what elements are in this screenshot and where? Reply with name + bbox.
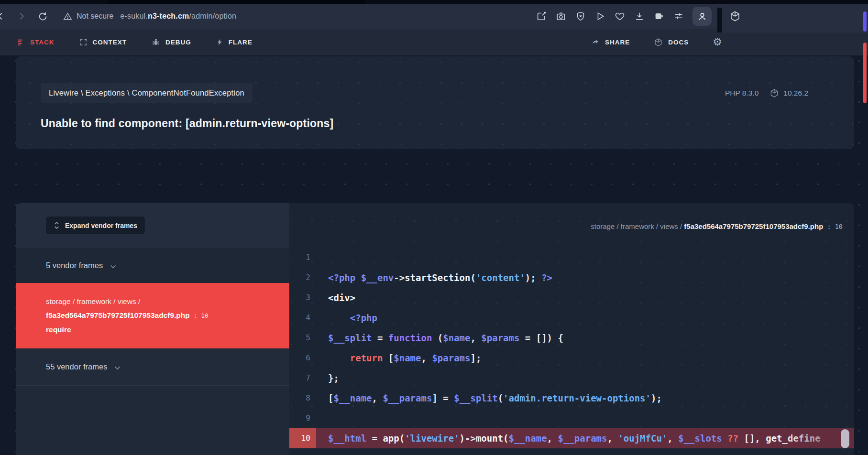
code-line: 2<?php $__env->startSection('content'); … — [289, 268, 854, 288]
split-screen-button[interactable] — [653, 11, 665, 22]
code-text: <?php — [316, 308, 854, 328]
code-token: $__split — [454, 393, 498, 403]
frame-method: require — [46, 323, 275, 336]
docs-button[interactable]: DOCS — [654, 38, 689, 47]
camera-button[interactable] — [555, 11, 567, 22]
version-info: PHP 8.3.0 10.26.2 — [725, 88, 808, 98]
extension-cube-icon — [729, 11, 741, 22]
profile-button[interactable] — [692, 7, 712, 26]
expand-vendor-frames-button[interactable]: Expand vendor frames — [46, 217, 145, 234]
site-security-indicator[interactable]: Not secure — [63, 12, 113, 21]
code-text: return [$name, $params]; — [316, 348, 854, 368]
code-token: , — [667, 433, 678, 444]
vendor-frames-group-top[interactable]: 5 vendor frames — [16, 248, 289, 283]
share-send-button[interactable] — [594, 11, 606, 22]
stack-frames-sidebar: Expand vendor frames 5 vendor frames sto… — [16, 203, 289, 455]
line-number: 2 — [289, 268, 316, 288]
back-icon — [0, 11, 6, 22]
vendor-frames-group-bottom[interactable]: 55 vendor frames — [16, 348, 289, 386]
tab-label: CONTEXT — [93, 39, 127, 46]
code-snippet-panel: storage / framework / views / f5a3ed564a… — [289, 203, 854, 455]
code-token: $__html — [328, 433, 366, 444]
error-message: Unable to find component: [admin.return-… — [16, 103, 854, 130]
back-button[interactable] — [0, 9, 8, 23]
expand-button-label: Expand vendor frames — [65, 222, 137, 229]
extension-button[interactable] — [727, 9, 743, 24]
code-text: <?php $__env->startSection('content'); ?… — [316, 268, 854, 288]
code-token: <div> — [328, 292, 355, 303]
screenshot-edit-button[interactable] — [536, 11, 547, 22]
tab-flare[interactable]: FLARE — [216, 38, 253, 46]
tab-context[interactable]: CONTEXT — [79, 38, 127, 46]
forward-icon — [16, 11, 27, 22]
code-token: $__slots — [678, 433, 722, 444]
code-token: ( — [498, 393, 503, 403]
code-scrollbar-thumb[interactable] — [841, 429, 849, 448]
share-arrow-icon — [591, 38, 600, 46]
code-line: 11 — [289, 448, 854, 455]
reload-icon — [38, 11, 48, 22]
code-token: )-> — [460, 433, 476, 444]
code-line: 7}; — [289, 368, 854, 388]
line-number: 1 — [289, 248, 316, 268]
browser-tab-strip — [108, 0, 366, 4]
chevron-down-icon — [113, 364, 121, 372]
browser-settings-button[interactable] — [673, 11, 684, 22]
code-text — [316, 248, 854, 268]
line-number: 9 — [289, 408, 316, 428]
active-stack-frame[interactable]: storage / framework / views / f5a3ed564a… — [16, 283, 289, 348]
code-token: ?> — [541, 272, 552, 283]
ignition-nav-bar: STACK CONTEXT DEBUG FLARE SHARE — [0, 29, 868, 55]
code-text: [$__name, $__params] = $__split('admin.r… — [316, 388, 854, 408]
page-scrollbar-thumb[interactable] — [863, 43, 867, 103]
downloads-button[interactable] — [634, 11, 645, 22]
code-token: $name — [394, 353, 421, 363]
forward-button[interactable] — [14, 9, 29, 23]
flare-bolt-icon — [216, 38, 223, 46]
browser-chrome: Not secure e-sukul.n3-tech.cm/admin/opti… — [0, 0, 868, 29]
sidebar-header: Expand vendor frames — [16, 203, 289, 248]
downloads-icon — [634, 11, 645, 22]
reload-button[interactable] — [35, 9, 50, 23]
code-token: return — [350, 353, 383, 363]
code-token: = — [366, 433, 383, 444]
code-token: , — [421, 353, 432, 363]
code-token: function — [388, 333, 432, 343]
php-version: PHP 8.3.0 — [725, 89, 758, 98]
camera-icon — [556, 11, 566, 22]
gear-icon: ⚙ — [713, 36, 722, 48]
code-file-name: f5a3ed564a7975b79725f107953adcf9.php — [684, 222, 823, 230]
url-prefix: e-sukul. — [120, 12, 148, 20]
tracking-prevention-button[interactable] — [575, 11, 586, 22]
code-line: 5$__split = function ($name, $params = [… — [289, 328, 854, 348]
browser-scrollbar-thumb[interactable] — [863, 11, 867, 32]
code-token: $name — [443, 333, 470, 343]
code-path-prefix: storage / framework / views / — [591, 222, 684, 230]
code-line: 6 return [$name, $params]; — [289, 348, 854, 368]
code-token: , — [372, 393, 383, 403]
line-number: 5 — [289, 328, 316, 348]
security-label: Not secure — [77, 12, 113, 21]
browser-toolbar — [536, 4, 712, 29]
url-field[interactable]: e-sukul.n3-tech.cm/admin/option — [120, 12, 236, 21]
code-token: [], — [744, 433, 766, 444]
favorites-button[interactable] — [614, 11, 626, 22]
settings-button[interactable]: ⚙ — [713, 37, 722, 47]
laravel-logo-icon — [654, 38, 663, 47]
browser-extensions-area — [722, 8, 868, 32]
code-token: = — [372, 333, 388, 343]
line-number: 7 — [289, 368, 316, 388]
code-token: ( — [432, 333, 443, 343]
code-token: startSection( — [405, 272, 476, 283]
share-label: SHARE — [605, 39, 630, 46]
code-token: [ — [383, 353, 394, 363]
code-token: <?php — [328, 272, 361, 283]
code-line: 3<div> — [289, 288, 854, 308]
url-path: /admin/option — [189, 12, 236, 20]
code-text — [316, 408, 854, 428]
tab-debug[interactable]: DEBUG — [152, 38, 191, 46]
tab-stack[interactable]: STACK — [17, 38, 55, 46]
code-text — [316, 448, 854, 455]
share-button[interactable]: SHARE — [591, 38, 630, 46]
nav-actions: SHARE DOCS ⚙ — [591, 29, 722, 55]
